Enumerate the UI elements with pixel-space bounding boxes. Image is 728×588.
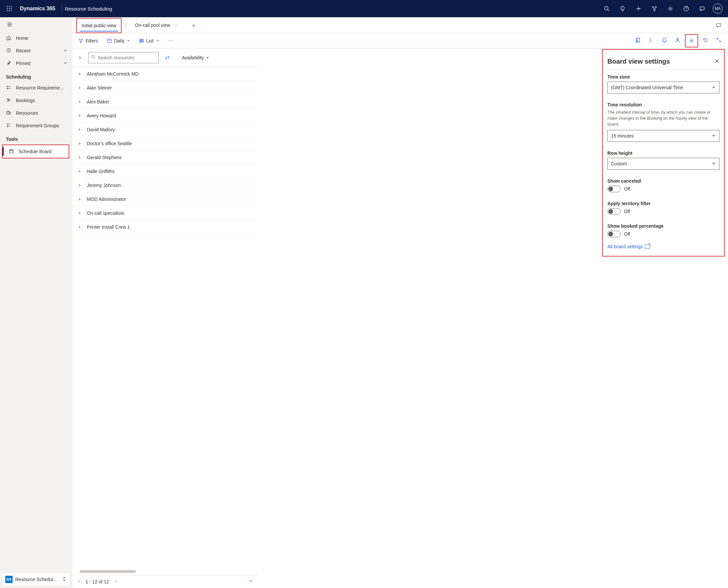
tab-label: Initial public view [82,23,116,28]
tab-menu-icon[interactable]: ⋮ [124,23,128,28]
filters-button[interactable]: Filters [76,36,101,46]
availability-dropdown[interactable]: Availability [182,55,209,60]
filter-icon[interactable] [646,1,662,17]
expand-icon[interactable] [713,34,725,46]
svg-point-26 [677,38,678,39]
waffle-icon[interactable] [3,2,16,15]
board-toolbar: Filters Daily List ⋯ [72,33,728,48]
sidebar-item-home[interactable]: Home [0,32,72,44]
link-label: All board settings [607,244,643,249]
tab-menu-icon[interactable]: ⋮ [173,23,178,27]
resource-row[interactable]: Alan Steiner [72,81,258,95]
sidebar-item-recent[interactable]: Recent [0,44,72,57]
horizontal-scrollbar[interactable] [72,570,258,575]
sidebar-item-bookings[interactable]: Bookings [0,94,72,107]
expand-chevron-icon[interactable] [77,183,82,188]
chat-icon[interactable] [694,1,710,17]
more-button[interactable]: ⋯ [165,36,175,46]
expand-chevron-icon[interactable] [77,169,82,174]
show-canceled-toggle[interactable] [607,186,621,192]
area-badge: RS [5,576,13,583]
collapse-chevron-icon[interactable] [76,54,84,62]
pager-next-icon[interactable] [114,579,117,584]
booked-percentage-toggle[interactable] [607,231,621,237]
sort-icon[interactable] [163,53,172,62]
add-icon[interactable] [630,1,646,17]
sidebar-item-requirements[interactable]: Resource Requireme... [0,82,72,94]
svg-point-17 [8,99,10,101]
daily-button[interactable]: Daily [104,36,133,46]
chevron-down-icon [712,85,716,90]
resource-row[interactable]: On-call specialists [72,206,258,220]
hamburger-icon[interactable] [0,17,72,32]
refresh-icon[interactable] [700,34,711,46]
settings-gear-icon[interactable] [662,1,678,17]
expand-chevron-icon[interactable] [77,99,82,104]
territory-filter-label: Apply territory filter [607,201,720,206]
resource-row[interactable]: Printer Install Crew 1 [72,220,258,234]
resource-row[interactable]: Abraham McCormick MD [72,67,258,81]
expand-chevron-icon[interactable] [77,210,82,216]
board-settings-icon[interactable] [686,35,698,47]
expand-chevron-icon[interactable] [77,113,82,118]
help-icon[interactable] [678,1,694,17]
chat-panel-icon[interactable] [713,19,725,31]
pager-up-icon[interactable] [249,579,253,584]
svg-point-9 [604,6,608,10]
resource-row[interactable]: Halle Griffiths [72,164,258,178]
resource-row[interactable]: Avery Howard [72,109,258,123]
search-input-field[interactable] [98,55,156,60]
person-icon[interactable] [672,34,684,46]
chevron-down-icon [712,161,716,166]
resource-row[interactable]: MOD Administrator [72,192,258,206]
calendar-icon [8,148,14,155]
sidebar-item-req-groups[interactable]: Requirement Groups [0,119,72,132]
expand-chevron-icon[interactable] [77,85,82,90]
all-board-settings-link[interactable]: All board settings [607,244,649,249]
lightbulb-icon[interactable] [615,1,630,17]
sidebar-item-resources[interactable]: Resources [0,107,72,119]
expand-chevron-icon[interactable] [77,141,82,146]
bell-icon[interactable] [658,34,670,46]
search-icon[interactable] [599,1,615,17]
expand-chevron-icon[interactable] [77,224,82,230]
resource-row[interactable]: Doctor's office Seattle [72,136,258,150]
row-height-select[interactable]: Custom [607,158,720,170]
close-icon[interactable]: ✕ [714,58,720,65]
settings-panel-wrap: Board view settings ✕ Time zone (GMT) Co… [602,49,725,256]
expand-chevron-icon[interactable] [77,71,82,77]
resource-row[interactable]: David Mallory [72,123,258,136]
search-resources-input[interactable] [88,52,159,63]
resource-row[interactable]: Gerald Stephens [72,150,258,164]
timezone-select[interactable]: (GMT) Coordinated Universal Time [607,82,720,93]
user-avatar[interactable]: MA [713,4,723,14]
sidebar-item-pinned[interactable]: Pinned [0,57,72,70]
expand-chevron-icon[interactable] [77,155,82,160]
brand-label[interactable]: Dynamics 365 [16,6,59,12]
svg-point-27 [690,40,692,41]
tab-initial-view[interactable]: Initial public view [77,20,121,31]
availability-label: Availability [182,55,204,60]
book-icon[interactable] [632,34,644,46]
pager-prev-icon[interactable] [77,579,81,584]
expand-chevron-icon[interactable] [77,127,82,132]
expand-chevron-icon[interactable] [77,196,82,202]
resource-name: Avery Howard [87,113,116,118]
time-resolution-select[interactable]: 15 minutes [607,130,720,142]
territory-filter-toggle[interactable] [607,208,621,215]
resource-row[interactable]: Jeremy Johnson [72,178,258,192]
add-tab-button[interactable]: ＋ [188,19,200,31]
resource-name: Gerald Stephens [87,155,122,160]
gantt-icon[interactable] [645,34,657,46]
area-switcher[interactable]: RS Resource Schedul... [3,573,69,585]
resource-row[interactable]: Alex Baker [72,95,258,109]
list-button[interactable]: List [136,36,162,46]
sidebar-item-schedule-board[interactable]: Schedule Board [3,145,69,158]
app-name-label[interactable]: Resource Scheduling [65,6,112,12]
svg-rect-22 [717,23,721,26]
header-divider [62,4,62,13]
tab-oncall-view[interactable]: On-call pool view ⋮ [130,20,183,31]
search-icon [91,55,96,60]
select-value: Custom [611,161,627,166]
select-value: 15 minutes [611,133,634,139]
